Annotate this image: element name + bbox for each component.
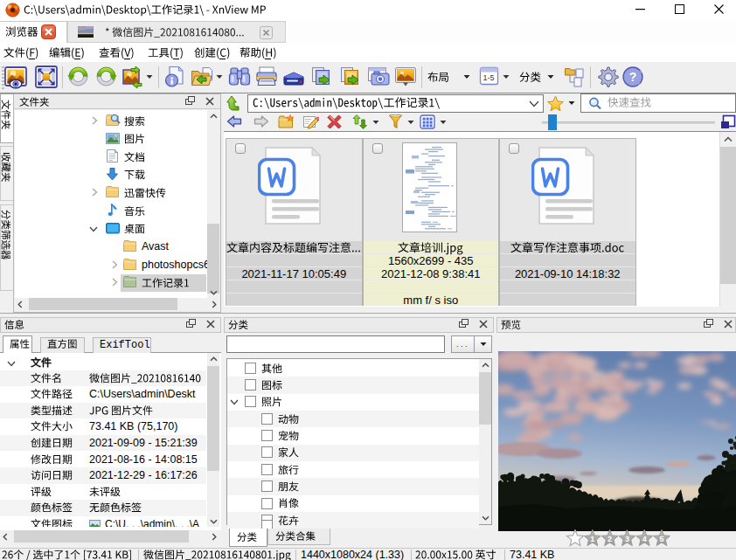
svg-text:?: ? <box>629 70 637 84</box>
svg-text:1-5: 1-5 <box>483 73 494 82</box>
svg-text:1: 1 <box>590 535 594 543</box>
svg-text:5: 5 <box>659 535 663 543</box>
svg-text:3: 3 <box>625 535 629 543</box>
svg-text:4: 4 <box>642 535 647 543</box>
svg-text:2: 2 <box>608 535 612 543</box>
